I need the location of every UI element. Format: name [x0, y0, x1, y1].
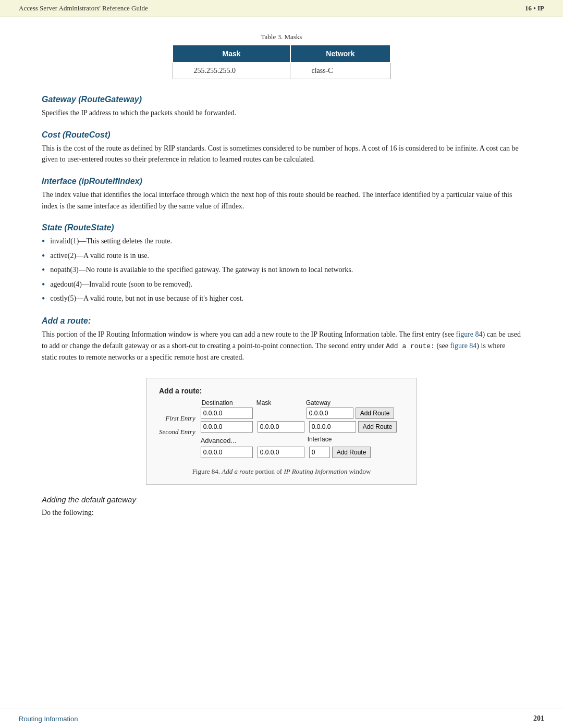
gateway-input-1[interactable]: [307, 408, 353, 419]
right-table-area: Destination Mask Gateway Add Route: [201, 399, 404, 460]
mask-input-3[interactable]: [258, 447, 304, 458]
figure84-link2[interactable]: figure 84: [450, 342, 476, 350]
label-first-entry: First Entry: [159, 413, 195, 424]
add-route-btn-3[interactable]: Add Route: [332, 447, 371, 458]
col-headers: Destination Mask Gateway: [201, 399, 404, 406]
text-adding-gateway: Do the following:: [42, 507, 521, 519]
header-right: 16 • IP: [525, 4, 544, 13]
gateway-input-2[interactable]: [309, 421, 356, 433]
section-interface: Interface (ipRouteIfIndex) The index val…: [42, 177, 521, 212]
figure84-link1[interactable]: figure 84: [456, 330, 483, 338]
text-interface: The index value that identifies the loca…: [42, 189, 521, 212]
heading-interface: Interface (ipRouteIfIndex): [42, 177, 521, 186]
add-route-btn-1[interactable]: Add Route: [356, 408, 395, 419]
state-bullet-list: invalid(1)—This setting deletes the rout…: [42, 236, 521, 305]
col-destination: Destination: [201, 399, 255, 406]
page-header: Access Server Administrators' Reference …: [0, 0, 563, 17]
list-item: nopath(3)—No route is available to the s…: [42, 264, 521, 276]
header-left: Access Server Administrators' Reference …: [19, 4, 148, 13]
heading-state: State (RouteState): [42, 223, 521, 232]
figure-caption-em2: IP Routing Information: [284, 467, 347, 475]
footer-right: 201: [533, 714, 544, 723]
table-row: 255.255.255.0 class-C: [173, 63, 390, 79]
mask-input-2[interactable]: [258, 421, 304, 433]
route-row-3: Add Route: [201, 447, 404, 458]
figure-box: Add a route: First Entry Second Entry De…: [146, 378, 417, 485]
section-state: State (RouteState) invalid(1)—This setti…: [42, 223, 521, 305]
figure-caption: Figure 84. Add a route portion of IP Rou…: [159, 467, 404, 476]
heading-cost: Cost (RouteCost): [42, 130, 521, 140]
text-cost: This is the cost of the route as defined…: [42, 143, 521, 165]
dest-input-2[interactable]: [201, 421, 253, 433]
footer-left: Routing Information: [19, 715, 78, 723]
text-gateway: Specifies the IP address to which the pa…: [42, 107, 521, 119]
section-gateway: Gateway (RouteGateway) Specifies the IP …: [42, 95, 521, 119]
interface-input-3[interactable]: [309, 447, 330, 458]
route-figure: First Entry Second Entry Destination Mas…: [159, 399, 404, 460]
route-row-2: Add Route: [201, 421, 404, 433]
route-row-1: Add Route: [201, 408, 404, 419]
table-caption: Table 3. Masks: [42, 33, 521, 41]
col-header-mask: Mask: [173, 45, 290, 63]
text-add-route: This portion of the IP Routing Informati…: [42, 329, 521, 363]
heading-adding-gateway: Adding the default gateway: [42, 495, 521, 504]
section-cost: Cost (RouteCost) This is the cost of the…: [42, 130, 521, 165]
cell-network: class-C: [290, 63, 390, 79]
advanced-label[interactable]: Advanced...: [201, 437, 253, 445]
list-item: costly(5)—A valid route, but not in use …: [42, 293, 521, 305]
col-mask: Mask: [255, 399, 305, 406]
heading-gateway: Gateway (RouteGateway): [42, 95, 521, 104]
list-item: active(2)—A valid route is in use.: [42, 250, 521, 262]
advanced-row: Advanced... Interface: [201, 435, 404, 446]
figure-wrapper: Add a route: First Entry Second Entry De…: [42, 378, 521, 485]
dest-input-1[interactable]: [201, 408, 253, 419]
label-second-entry: Second Entry: [159, 426, 195, 438]
list-item: agedout(4)—Invalid route (soon to be rem…: [42, 279, 521, 291]
add-route-btn-2[interactable]: Add Route: [358, 421, 397, 433]
section-adding-gateway: Adding the default gateway Do the follow…: [42, 495, 521, 519]
section-add-route: Add a route: This portion of the IP Rout…: [42, 316, 521, 363]
masks-table: Mask Network 255.255.255.0 class-C: [172, 44, 391, 79]
col-gateway: Gateway: [305, 399, 357, 406]
list-item: invalid(1)—This setting deletes the rout…: [42, 236, 521, 248]
left-labels: First Entry Second Entry: [159, 413, 201, 440]
col-header-network: Network: [290, 45, 390, 63]
figure-caption-em: Add a route: [222, 467, 253, 475]
heading-add-route: Add a route:: [42, 316, 521, 326]
page-footer: Routing Information 201: [0, 709, 563, 728]
main-content: Table 3. Masks Mask Network 255.255.255.…: [0, 17, 563, 555]
figure-add-route-title: Add a route:: [159, 387, 404, 395]
interface-col-label: Interface: [308, 436, 332, 443]
dest-input-3[interactable]: [201, 447, 253, 458]
cell-mask: 255.255.255.0: [173, 63, 290, 79]
